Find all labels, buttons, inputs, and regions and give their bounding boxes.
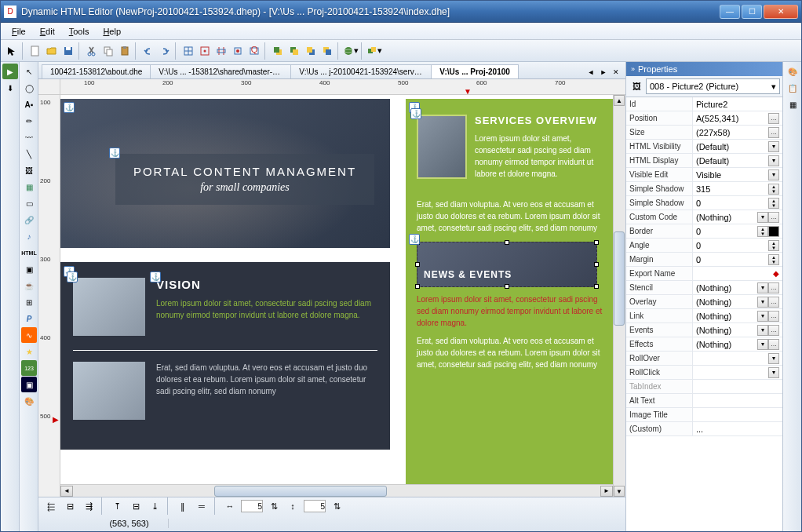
prop-row[interactable]: Events(Nothing)▾…	[626, 323, 782, 337]
dropdown-icon[interactable]: ▾	[768, 155, 779, 166]
dropdown-icon[interactable]: ▾	[757, 311, 768, 322]
form-tool-icon[interactable]: ▭	[21, 195, 37, 211]
star-tool-icon[interactable]: ★	[21, 344, 37, 359]
prop-row[interactable]: RollOver▾	[626, 352, 782, 366]
same-width-icon[interactable]: ↔	[222, 498, 238, 514]
ellipsis-icon[interactable]: …	[768, 113, 779, 124]
prop-value[interactable]: 0▲▼	[693, 196, 782, 210]
scroll-thumb-v[interactable]	[614, 231, 625, 326]
prop-row[interactable]: RollClick▾	[626, 366, 782, 380]
properties-header[interactable]: » Properties	[626, 62, 782, 76]
object-combo[interactable]: 008 - Picture2 (Picture)▾	[646, 78, 780, 94]
prop-value[interactable]: 0▲▼	[693, 224, 782, 238]
vertical-scrollbar[interactable]: ▲ ▼	[613, 95, 625, 497]
snap-grid-icon[interactable]	[197, 43, 213, 59]
prop-row[interactable]: Custom Code(Nothing)▾…	[626, 210, 782, 224]
menu-edit[interactable]: Edit	[34, 25, 61, 38]
prop-row[interactable]: Simple Shadow315▲▼	[626, 182, 782, 196]
db-tool-icon[interactable]: ▣	[21, 377, 37, 392]
prop-row[interactable]: TabIndex	[626, 380, 782, 394]
dropdown-icon[interactable]: ▾	[768, 367, 779, 378]
vision-image-2[interactable]	[73, 362, 145, 420]
dist-h-icon[interactable]: ‖	[175, 498, 191, 514]
prop-value[interactable]: Visible▾	[693, 168, 782, 181]
services-image[interactable]	[417, 115, 467, 179]
anchor-icon[interactable]: ⚓	[67, 271, 78, 282]
prop-row[interactable]: Visible EditVisible▾	[626, 168, 782, 182]
select-tool-icon[interactable]: ↖	[21, 64, 37, 79]
html-tool-icon[interactable]: HTML	[21, 245, 37, 261]
open-icon[interactable]	[44, 43, 60, 59]
send-back-icon[interactable]	[286, 43, 302, 59]
spacing-v-input[interactable]	[304, 500, 326, 512]
prop-row[interactable]: HTML Display(Default)▾	[626, 154, 782, 168]
paypal-tool-icon[interactable]: P	[21, 311, 37, 326]
align-middle-icon[interactable]: ⊟	[128, 498, 144, 514]
align-left-icon[interactable]: ⬱	[43, 498, 59, 514]
anchor-icon[interactable]: ⚓	[109, 148, 120, 159]
prop-row[interactable]: Link(Nothing)▾…	[626, 309, 782, 323]
bring-front-icon[interactable]	[270, 43, 286, 59]
prop-row[interactable]: Border0▲▼	[626, 224, 782, 239]
copy-icon[interactable]	[100, 43, 116, 59]
grid-tool-icon[interactable]: ⊞	[21, 294, 37, 310]
align-center-icon[interactable]: ⊟	[62, 498, 78, 514]
prop-row[interactable]: Image Title	[626, 408, 782, 422]
properties-icon[interactable]: 📋	[785, 80, 800, 96]
line-tool-icon[interactable]: ╲	[21, 146, 37, 162]
ellipsis-icon[interactable]: …	[768, 297, 779, 308]
guides-icon[interactable]	[213, 43, 229, 59]
java-tool-icon[interactable]: ☕	[21, 278, 37, 293]
prop-value[interactable]: (Default)▾	[693, 154, 782, 167]
cut-icon[interactable]	[84, 43, 100, 59]
scroll-right-icon[interactable]: ►	[600, 486, 613, 497]
news-image-selected[interactable]: NEWS & EVENTS	[417, 242, 597, 287]
prop-row[interactable]: Simple Shadow0▲▼	[626, 196, 782, 210]
scroll-left-icon[interactable]: ◄	[60, 486, 73, 497]
prop-value[interactable]	[693, 380, 782, 393]
save-icon[interactable]	[60, 43, 76, 59]
stop-icon[interactable]: ⬇	[2, 80, 18, 96]
minimize-button[interactable]: —	[720, 5, 740, 19]
dropdown-icon[interactable]: ▾	[757, 297, 768, 308]
spinner-icon[interactable]: ▲▼	[757, 226, 768, 237]
spinner-icon[interactable]: ▲▼	[768, 254, 779, 265]
dropdown-icon[interactable]: ▾	[768, 169, 779, 180]
anchor-icon[interactable]: ⚓	[64, 102, 75, 113]
prop-value[interactable]: ...	[693, 422, 782, 435]
titlebar[interactable]: D Dynamic HTML Editor (NewProj-20100421-…	[1, 1, 801, 23]
paint-tool-icon[interactable]: ✏	[21, 113, 37, 129]
spacing-v-spin-icon[interactable]: ⇅	[329, 498, 344, 514]
collapse-icon[interactable]: »	[631, 65, 635, 73]
spinner-icon[interactable]: ▲▼	[768, 240, 779, 251]
ellipsis-icon[interactable]: …	[768, 282, 779, 293]
image-tool-icon[interactable]: 🖼	[21, 162, 37, 178]
menu-tools[interactable]: Tools	[63, 25, 96, 38]
table-tool-icon[interactable]: ▦	[21, 179, 37, 195]
run-icon[interactable]: ▶	[2, 64, 18, 79]
menu-help[interactable]: Help	[97, 25, 127, 38]
ellipsis-icon[interactable]: …	[768, 212, 779, 223]
tab-index[interactable]: V:\Us ... Proj-20100	[431, 64, 519, 78]
prop-row[interactable]: Stencil(Nothing)▾…	[626, 281, 782, 295]
prop-row[interactable]: Angle0▲▼	[626, 239, 782, 253]
layer-tool-icon[interactable]: ▣	[21, 261, 37, 277]
maximize-button[interactable]: ☐	[742, 5, 762, 19]
rss-tool-icon[interactable]: ∿	[21, 327, 37, 343]
forward-icon[interactable]	[303, 43, 319, 59]
prop-value[interactable]: 315▲▼	[693, 182, 782, 195]
prop-value[interactable]: (Nothing)▾…	[693, 337, 782, 351]
align-top-icon[interactable]: ⤒	[109, 498, 125, 514]
prop-value[interactable]: A(525,341)…	[693, 111, 782, 125]
vertical-ruler[interactable]: 100 200 300 400 500 ▶	[38, 95, 60, 497]
ellipsis-icon[interactable]: …	[768, 127, 779, 138]
paste-icon[interactable]	[117, 43, 133, 59]
object-picker-icon[interactable]: 🖼	[629, 78, 644, 94]
spinner-icon[interactable]: ▲▼	[768, 184, 779, 195]
prop-value[interactable]: (227x58)…	[693, 126, 782, 139]
prop-row[interactable]: Overlay(Nothing)▾…	[626, 295, 782, 309]
prop-value[interactable]: (Nothing)▾…	[693, 309, 782, 322]
vision-panel[interactable]: ⚓ ⚓ ⚓ VISION	[60, 262, 390, 450]
text-tool-icon[interactable]: A▪	[21, 97, 37, 112]
spacing-h-input[interactable]	[241, 500, 263, 512]
